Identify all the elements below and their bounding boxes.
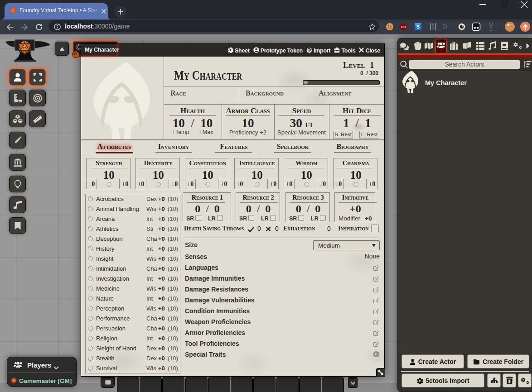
- svg-text:20: 20: [23, 46, 26, 50]
- svg-text:UO: UO: [401, 25, 406, 29]
- svg-text:S: S: [416, 24, 420, 29]
